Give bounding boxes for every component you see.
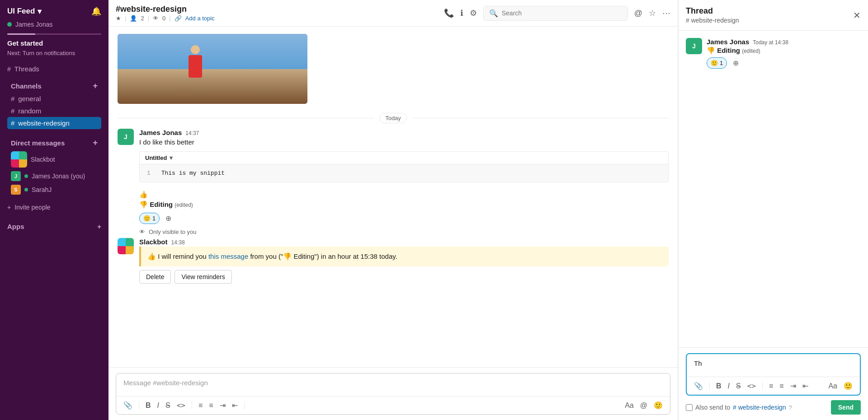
thread-attach-icon[interactable]: 📎 bbox=[692, 380, 705, 392]
editing-text-line: 👎 Editing (edited) bbox=[139, 200, 669, 210]
attach-icon[interactable]: 📎 bbox=[122, 399, 134, 411]
add-channel-button[interactable]: + bbox=[93, 81, 98, 91]
thread-reaction-count: 1 bbox=[720, 60, 723, 66]
thread-james-header: James Jonas Today at 14:38 bbox=[707, 38, 861, 46]
thread-emoji-icon[interactable]: 🙂 bbox=[842, 380, 854, 392]
thread-time: Today at 14:38 bbox=[753, 39, 788, 46]
image-message bbox=[118, 34, 669, 104]
thread-toolbar-div1 bbox=[709, 382, 710, 390]
view-reminders-button[interactable]: View reminders bbox=[175, 270, 231, 284]
message-header-james: James Jonas 14:37 bbox=[139, 129, 669, 136]
channel-title: #website-redesign bbox=[116, 5, 215, 14]
thread-editing-label: Editing bbox=[717, 47, 740, 54]
channel-image bbox=[118, 34, 307, 104]
workspace-caret: ▾ bbox=[38, 7, 42, 16]
dm-item-james[interactable]: J James Jonas (you) bbox=[7, 169, 101, 183]
img-sky bbox=[118, 34, 307, 72]
sidebar: UI Feed ▾ 🔔 James Jonas Get started Next… bbox=[0, 0, 108, 420]
star-icon[interactable]: ★ bbox=[116, 15, 121, 22]
info-circle-icon[interactable]: ? bbox=[789, 404, 792, 411]
visibility-notice: 👁 Only visible to you bbox=[108, 226, 678, 236]
thread-messages: J James Jonas Today at 14:38 👎 Editing (… bbox=[679, 31, 868, 347]
thread-olist-icon[interactable]: ≡ bbox=[767, 380, 775, 392]
add-apps-button[interactable]: + bbox=[97, 223, 101, 230]
italic-icon[interactable]: I bbox=[156, 400, 161, 411]
thread-reply-cursor-text: Th bbox=[694, 359, 702, 367]
format-icon[interactable]: Aa bbox=[623, 400, 636, 411]
indent-icon[interactable]: ⇥ bbox=[218, 399, 227, 411]
thread-close-button[interactable]: ✕ bbox=[853, 10, 861, 21]
thread-outdent-icon[interactable]: ⇤ bbox=[801, 380, 810, 392]
thread-code-icon[interactable]: <> bbox=[745, 380, 758, 392]
channel-header-actions: 📞 ℹ ⚙ 🔍 @ ☆ ⋯ bbox=[444, 6, 670, 21]
at-icon[interactable]: @ bbox=[634, 9, 642, 18]
thread-format-icon[interactable]: Aa bbox=[826, 380, 839, 392]
add-reaction-btn[interactable]: ⊕ bbox=[162, 213, 175, 224]
thread-indent-icon[interactable]: ⇥ bbox=[788, 380, 798, 392]
thread-add-reaction-icon: ⊕ bbox=[733, 59, 739, 67]
ordered-list-icon[interactable]: ≡ bbox=[197, 400, 204, 411]
thread-strike-icon[interactable]: S bbox=[734, 380, 743, 392]
apps-label: Apps bbox=[7, 223, 24, 230]
sarahj-avatar: S bbox=[11, 185, 21, 195]
thread-bold-icon[interactable]: B bbox=[714, 380, 723, 392]
outdent-icon[interactable]: ⇤ bbox=[230, 399, 240, 411]
meta-divider3: | bbox=[169, 15, 170, 22]
search-input[interactable] bbox=[502, 9, 622, 17]
sidebar-user[interactable]: James Jonas bbox=[0, 19, 108, 33]
thread-panel: Thread # website-redesign ✕ J James Jona… bbox=[678, 0, 868, 420]
add-topic-link[interactable]: Add a topic bbox=[185, 15, 215, 22]
thread-message-james: J James Jonas Today at 14:38 👎 Editing (… bbox=[686, 38, 861, 69]
thumbs-down-emoji: 👎 bbox=[139, 201, 148, 208]
message-text-james: I do like this better bbox=[139, 137, 669, 148]
channel-title-group: #website-redesign ★ | 👤 2 | 👁 0 | 🔗 Add … bbox=[116, 5, 215, 22]
slackbot-name: Slackbot bbox=[139, 238, 168, 246]
dm-item-slackbot[interactable]: Slackbot bbox=[7, 149, 101, 169]
thread-add-reaction-btn[interactable]: ⊕ bbox=[730, 57, 742, 69]
workspace-title[interactable]: UI Feed ▾ bbox=[7, 7, 42, 16]
delete-button[interactable]: Delete bbox=[139, 270, 171, 284]
star-header-icon[interactable]: ☆ bbox=[649, 8, 656, 18]
slackbot-link[interactable]: this message bbox=[208, 252, 248, 260]
message-row-editing: 👍 👎 Editing (edited) 🙂 1 ⊕ bbox=[108, 188, 678, 226]
bold-icon[interactable]: B bbox=[144, 400, 153, 411]
thread-send-options: Also send to # website-redesign ? Send bbox=[686, 396, 861, 415]
thread-channel: # website-redesign bbox=[686, 17, 739, 24]
workspace-name: UI Feed bbox=[7, 7, 35, 16]
thread-toolbar-div2 bbox=[762, 382, 763, 390]
thread-title: Thread bbox=[686, 6, 739, 16]
sidebar-item-general[interactable]: # general bbox=[7, 93, 101, 105]
slackbot-after-link: from you ("👎 Editing") in an hour at 15:… bbox=[250, 252, 397, 260]
direct-messages-section: Direct messages + Slackbot J James Jonas… bbox=[0, 132, 108, 199]
more-icon[interactable]: ⋯ bbox=[662, 8, 670, 18]
bell-icon[interactable]: 🔔 bbox=[91, 6, 101, 16]
strikethrough-icon[interactable]: S bbox=[164, 400, 172, 411]
settings-icon[interactable]: ⚙ bbox=[470, 8, 477, 18]
reaction-smiley-btn[interactable]: 🙂 1 bbox=[139, 213, 160, 224]
thread-ulist-icon[interactable]: ≡ bbox=[778, 380, 785, 392]
unordered-list-icon[interactable]: ≡ bbox=[207, 400, 215, 411]
send-button[interactable]: Send bbox=[831, 400, 861, 415]
thread-edited-tag: (edited) bbox=[742, 48, 760, 54]
sidebar-item-website-redesign[interactable]: # website-redesign bbox=[7, 117, 101, 129]
sidebar-item-random[interactable]: # random bbox=[7, 105, 101, 117]
also-send-checkbox[interactable] bbox=[686, 404, 693, 411]
thread-reply-input[interactable]: Th bbox=[687, 354, 860, 377]
invite-people-item[interactable]: + Invite people bbox=[4, 201, 105, 214]
meta-divider1: | bbox=[125, 15, 126, 22]
snippet-caret[interactable]: ▾ bbox=[170, 154, 173, 161]
also-send-label: Also send to # website-redesign ? bbox=[686, 404, 826, 411]
thread-reply-box: Th 📎 B I S <> ≡ ≡ ⇥ ⇤ Aa 🙂 bbox=[686, 353, 861, 396]
sidebar-item-threads[interactable]: # Threads bbox=[4, 63, 105, 75]
thread-reaction-btn[interactable]: 🙂 1 bbox=[707, 57, 727, 69]
add-dm-button[interactable]: + bbox=[93, 138, 98, 148]
message-input-placeholder[interactable]: Message #website-redesign bbox=[116, 373, 670, 396]
code-icon[interactable]: <> bbox=[175, 399, 187, 411]
at-input-icon[interactable]: @ bbox=[638, 400, 649, 411]
call-icon[interactable]: 📞 bbox=[444, 8, 454, 18]
info-icon[interactable]: ℹ bbox=[460, 8, 463, 18]
emoji-input-icon[interactable]: 🙂 bbox=[652, 399, 665, 411]
message-author-james: James Jonas bbox=[139, 129, 182, 136]
thread-italic-icon[interactable]: I bbox=[726, 380, 731, 392]
dm-item-sarahj[interactable]: S SarahJ bbox=[7, 183, 101, 196]
